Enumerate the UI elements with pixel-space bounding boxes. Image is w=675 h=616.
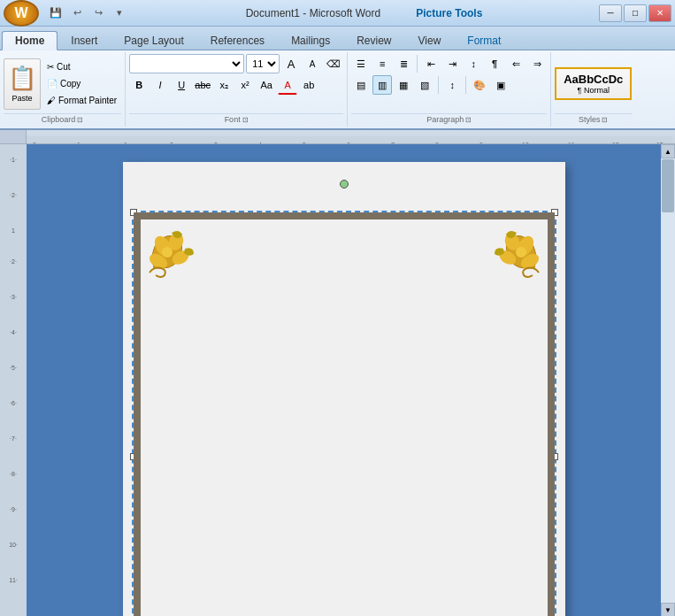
left-ruler: ·1· ·2· 1 ·2· ·3· ·4· ·5· ·6· ·7· ·8· ·9…: [0, 144, 27, 616]
paragraph-label: Paragraph ⊡: [351, 113, 547, 125]
rotation-handle[interactable]: [340, 180, 349, 189]
svg-text:·5·: ·5·: [10, 365, 17, 371]
scroll-down-button[interactable]: ▼: [661, 603, 675, 616]
svg-text:10·: 10·: [9, 542, 18, 548]
svg-text:·3·: ·3·: [10, 294, 17, 300]
title-bar: W 💾 ↩ ↪ ▾ Document1 - Microsoft Word Pic…: [0, 0, 675, 27]
picture-selection-box[interactable]: [132, 211, 556, 616]
document-canvas[interactable]: websiteedukasi.com: [27, 144, 661, 616]
svg-text:·7·: ·7·: [389, 142, 396, 144]
paragraph-expand[interactable]: ⊡: [465, 116, 472, 124]
svg-text:·6·: ·6·: [345, 142, 352, 144]
redo-button[interactable]: ↪: [88, 4, 108, 23]
font-expand[interactable]: ⊡: [242, 116, 249, 124]
svg-text:·3·: ·3·: [212, 142, 219, 144]
italic-button[interactable]: I: [150, 75, 170, 95]
scissors-icon: ✂: [47, 62, 54, 72]
para-separator-3: [465, 76, 466, 94]
sort-button[interactable]: ↕: [464, 54, 483, 73]
highlight-button[interactable]: ab: [299, 75, 318, 95]
font-row-2: B I U abc x₂ x² Aa A ab: [129, 75, 318, 95]
paste-button[interactable]: 📋 Paste: [4, 58, 41, 110]
svg-text:·2·: ·2·: [10, 258, 17, 265]
clear-formatting-button[interactable]: ⌫: [324, 54, 343, 73]
font-row-1: 11 A A ⌫: [129, 54, 343, 73]
align-center-button[interactable]: ▥: [372, 75, 392, 95]
decrease-indent-button[interactable]: ⇤: [421, 54, 441, 73]
scroll-up-button[interactable]: ▲: [661, 144, 675, 158]
save-button[interactable]: 💾: [46, 4, 65, 23]
para-row-2: ▤ ▥ ▦ ▧ ↕ 🎨 ▣: [351, 75, 510, 95]
tab-home[interactable]: Home: [2, 31, 58, 50]
numbering-button[interactable]: ≡: [372, 54, 392, 73]
underline-button[interactable]: U: [172, 75, 191, 95]
tab-format[interactable]: Format: [454, 30, 514, 50]
copy-button[interactable]: 📄 Copy: [42, 76, 121, 92]
decrease-font-size-button[interactable]: A: [303, 54, 322, 73]
tab-insert[interactable]: Insert: [58, 30, 111, 50]
svg-text:·5·: ·5·: [301, 142, 308, 144]
svg-text:10·: 10·: [522, 142, 531, 144]
scroll-thumb[interactable]: [662, 159, 674, 212]
corner-ornament-top-right: [486, 219, 548, 281]
office-button[interactable]: W: [4, 0, 39, 27]
bold-button[interactable]: B: [129, 75, 149, 95]
multilevel-list-button[interactable]: ≣: [394, 54, 413, 73]
rtl-button[interactable]: ⇐: [506, 54, 525, 73]
increase-indent-button[interactable]: ⇥: [442, 54, 462, 73]
tab-review[interactable]: Review: [343, 30, 404, 50]
corner-ornament-top-left: [141, 219, 203, 281]
line-spacing-button[interactable]: ↕: [442, 75, 462, 95]
bullets-button[interactable]: ☰: [351, 54, 371, 73]
svg-text:·7·: ·7·: [10, 435, 17, 442]
superscript-button[interactable]: x²: [235, 75, 255, 95]
clipboard-expand[interactable]: ⊡: [77, 116, 83, 124]
paste-icon: 📋: [8, 65, 36, 92]
align-left-button[interactable]: ▤: [351, 75, 371, 95]
ltr-button[interactable]: ⇒: [527, 54, 547, 73]
format-painter-button[interactable]: 🖌 Format Painter: [42, 93, 121, 109]
styles-expand[interactable]: ⊡: [602, 116, 608, 124]
strikethrough-button[interactable]: abc: [193, 75, 212, 95]
svg-text:·8·: ·8·: [433, 142, 441, 144]
font-name-select[interactable]: [129, 54, 244, 73]
picture-tools-label: Picture Tools: [416, 7, 482, 19]
font-size-select[interactable]: 11: [246, 54, 280, 73]
styles-label: Styles ⊡: [555, 113, 632, 125]
svg-text:·4·: ·4·: [10, 329, 17, 335]
window-controls: ─ □ ✕: [599, 4, 675, 22]
undo-button[interactable]: ↩: [67, 4, 87, 23]
horizontal-ruler: ·2· ·1· 1 ·2· ·3· ·4· ·5· ·6· ·7· ·8· ·9…: [0, 130, 675, 144]
tab-view[interactable]: View: [405, 30, 455, 50]
styles-content: AaBbCcDc ¶ Normal: [555, 54, 632, 113]
scroll-track[interactable]: [661, 158, 675, 603]
svg-text:·4·: ·4·: [257, 142, 264, 144]
tab-page-layout[interactable]: Page Layout: [111, 30, 196, 50]
quick-access-more[interactable]: ▾: [110, 4, 129, 23]
font-color-button[interactable]: A: [278, 75, 297, 95]
align-right-button[interactable]: ▦: [394, 75, 413, 95]
paragraph-group: ☰ ≡ ≣ ⇤ ⇥ ↕ ¶ ⇐ ⇒ ▤ ▥ ▦ ▧ ↕ 🎨 ▣: [348, 52, 551, 127]
document-page: websiteedukasi.com: [123, 162, 565, 616]
vertical-scrollbar[interactable]: ▲ ▼: [661, 144, 675, 616]
close-button[interactable]: ✕: [648, 4, 671, 22]
cut-button[interactable]: ✂ Cut: [42, 59, 121, 75]
font-label: Font ⊡: [129, 113, 343, 125]
border-button[interactable]: ▣: [491, 75, 510, 95]
tab-references[interactable]: References: [197, 30, 278, 50]
subscript-button[interactable]: x₂: [214, 75, 234, 95]
tab-mailings[interactable]: Mailings: [278, 30, 343, 50]
increase-font-size-button[interactable]: A: [281, 54, 301, 73]
maximize-button[interactable]: □: [624, 4, 647, 22]
svg-text:11·: 11·: [9, 577, 18, 583]
shading-button[interactable]: 🎨: [470, 75, 489, 95]
svg-point-35: [162, 247, 173, 258]
normal-style-button[interactable]: AaBbCcDc ¶ Normal: [555, 67, 632, 100]
svg-text:·2·: ·2·: [10, 192, 17, 198]
show-formatting-button[interactable]: ¶: [485, 54, 504, 73]
svg-text:·8·: ·8·: [10, 471, 17, 477]
style-normal-label: ¶ Normal: [564, 86, 623, 95]
change-case-button[interactable]: Aa: [257, 75, 276, 95]
justify-button[interactable]: ▧: [415, 75, 434, 95]
minimize-button[interactable]: ─: [599, 4, 622, 22]
